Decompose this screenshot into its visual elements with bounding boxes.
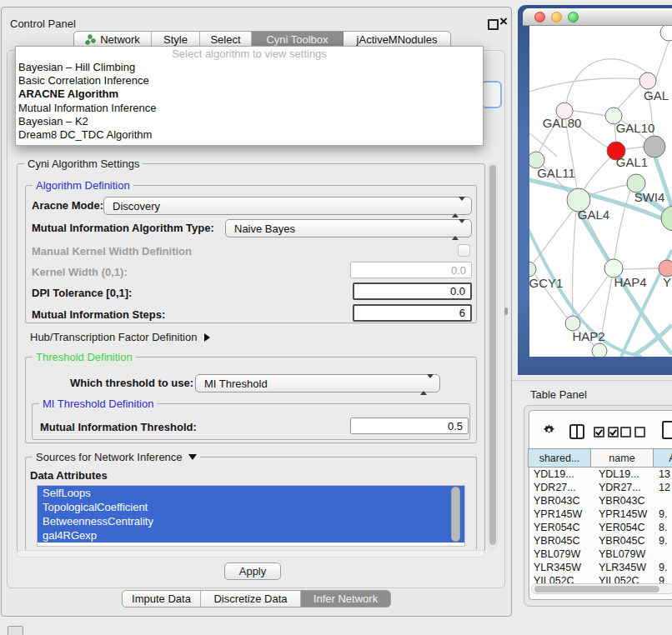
network-node[interactable]: [529, 262, 536, 277]
tab-label: Cyni Toolbox: [266, 33, 328, 46]
table-cell[interactable]: YDR27...: [591, 482, 654, 493]
table-row[interactable]: YER054C YER054C 8.: [528, 521, 672, 534]
table-horizontal-scrollbar[interactable]: [531, 583, 672, 594]
kernel-width-field[interactable]: 0.0: [350, 262, 472, 278]
dropdown-item[interactable]: Basic Correlation Inference: [16, 74, 483, 88]
dropdown-item[interactable]: Mutual Information Inference: [16, 102, 483, 115]
list-item[interactable]: SelfLoops: [38, 486, 464, 500]
table-cell[interactable]: YDL19...: [528, 468, 591, 480]
checked-checkbox-icon: [608, 427, 619, 438]
expand-arrow-icon: [204, 333, 210, 342]
panel-splitter-handle[interactable]: [504, 308, 508, 315]
float-window-icon[interactable]: [488, 19, 499, 30]
list-item[interactable]: TopologicalCoefficient: [38, 500, 464, 514]
column-header-shared-name[interactable]: shared...: [528, 448, 591, 468]
combo-stepper-icon: [452, 223, 465, 236]
network-node[interactable]: [659, 260, 672, 277]
settings-vertical-scrollbar[interactable]: [488, 163, 498, 548]
table-cell[interactable]: YBR043C: [528, 495, 591, 507]
network-node[interactable]: [592, 343, 607, 357]
node-label: GAL80: [543, 116, 582, 130]
table-cell[interactable]: YLR345W: [528, 562, 591, 573]
dropdown-item[interactable]: Bayesian – K2: [16, 115, 483, 128]
table-row[interactable]: YPR145W YPR145W 9.: [528, 508, 672, 521]
apply-button[interactable]: Apply: [224, 562, 281, 580]
network-node[interactable]: [660, 26, 672, 41]
table-cell[interactable]: 12: [654, 482, 672, 493]
column-header-name[interactable]: name: [591, 448, 654, 468]
manual-kernel-width-checkbox[interactable]: [458, 244, 470, 257]
dropdown-item-selected[interactable]: ARACNE Algorithm: [16, 88, 483, 101]
show-columns-icon[interactable]: [569, 424, 584, 439]
list-item[interactable]: BetweennessCentrality: [38, 514, 464, 528]
mi-steps-field[interactable]: 6: [353, 304, 472, 322]
data-attributes-label: Data Attributes: [30, 469, 108, 482]
dock-panel-icon[interactable]: [8, 626, 23, 635]
window-close-button[interactable]: [534, 12, 545, 22]
list-item[interactable]: gal4RGexp: [38, 528, 464, 542]
table-row[interactable]: YBR043C YBR043C: [528, 494, 672, 508]
list-scrollbar-thumb[interactable]: [451, 487, 460, 542]
mi-threshold-field[interactable]: 0.5: [350, 418, 469, 434]
manual-kernel-width-label: Manual Kernel Width Definition: [32, 245, 192, 258]
settings-horizontal-scrollbar[interactable]: [17, 550, 485, 558]
hub-transcription-section-toggle[interactable]: Hub/Transcription Factor Definition: [30, 331, 210, 343]
algorithm-dropdown-popup: Select algorithm to view settings Bayesi…: [15, 46, 484, 146]
table-cell[interactable]: YLR345W: [591, 562, 654, 573]
table-row[interactable]: YBR045C YBR045C 9.: [528, 534, 672, 548]
table-cell[interactable]: 13: [654, 468, 672, 480]
table-cell[interactable]: 9.: [654, 562, 672, 573]
which-threshold-combo[interactable]: MI Threshold: [195, 374, 440, 392]
window-zoom-button[interactable]: [568, 12, 579, 22]
group-title: Threshold Definition: [33, 351, 136, 363]
network-canvas[interactable]: GAL GAL80 GAL10 GAL1 GAL11 SWI4 GAL4 GCY…: [529, 26, 672, 357]
table-cell[interactable]: YDL19...: [591, 468, 654, 480]
which-threshold-label: Which threshold to use:: [70, 377, 193, 389]
table-panel-divider: [512, 380, 672, 381]
table-cell[interactable]: 8.: [654, 522, 672, 533]
table-cell[interactable]: YER054C: [528, 522, 591, 533]
table-cell[interactable]: YPR145W: [528, 508, 591, 520]
algorithm-combo-fragment[interactable]: [481, 81, 502, 108]
scrollbar-thumb[interactable]: [489, 165, 496, 545]
window-minimize-button[interactable]: [551, 12, 562, 22]
table-cell[interactable]: YBL079W: [591, 548, 654, 560]
table-cell[interactable]: 9.: [654, 508, 672, 520]
table-row[interactable]: YLR345W YLR345W 9.: [528, 561, 672, 574]
tab-discretize-data[interactable]: Discretize Data: [201, 591, 301, 607]
table-cell[interactable]: YBR045C: [591, 535, 654, 547]
network-node[interactable]: [639, 72, 656, 89]
table-cell[interactable]: 9.: [654, 535, 672, 547]
gear-icon[interactable]: [541, 422, 557, 438]
column-header-third[interactable]: A: [654, 448, 672, 468]
table-cell[interactable]: YBR045C: [528, 535, 591, 547]
table-row[interactable]: YDL19... YDL19... 13: [528, 468, 672, 481]
select-all-columns-icon[interactable]: [594, 427, 619, 438]
table-cell[interactable]: YDR27...: [528, 482, 591, 493]
export-table-icon[interactable]: [662, 421, 672, 439]
deselect-all-columns-icon[interactable]: [620, 427, 645, 438]
sources-group-title[interactable]: Sources for Network Inference: [33, 451, 200, 463]
close-icon[interactable]: ×: [499, 14, 508, 28]
dropdown-item[interactable]: Bayesian – Hill Climbing: [16, 61, 483, 74]
dropdown-item[interactable]: Dream8 DC_TDC Algorithm: [16, 128, 483, 142]
table-cell[interactable]: YPR145W: [591, 508, 654, 520]
table-cell[interactable]: YBR043C: [591, 495, 654, 507]
tab-infer-network[interactable]: Infer Network: [301, 591, 390, 607]
dpi-tolerance-field[interactable]: 0.0: [353, 282, 472, 300]
table-cell[interactable]: YBL079W: [528, 548, 591, 560]
mi-threshold-label: Mutual Information Threshold:: [40, 421, 197, 433]
tab-impute-data[interactable]: Impute Data: [123, 591, 201, 607]
kernel-width-label: Kernel Width (0,1):: [32, 266, 128, 278]
aracne-mode-combo[interactable]: Discovery: [103, 197, 472, 215]
table-row[interactable]: YDR27... YDR27... 12: [528, 481, 672, 494]
node-label: HAP2: [572, 329, 604, 343]
scrollbar-thumb[interactable]: [534, 586, 659, 592]
data-attributes-list[interactable]: SelfLoops TopologicalCoefficient Between…: [37, 485, 465, 547]
group-title: Algorithm Definition: [33, 179, 133, 192]
table-cell[interactable]: YER054C: [591, 522, 654, 533]
field-value: 0.5: [448, 420, 463, 432]
mi-algorithm-type-combo[interactable]: Naive Bayes: [225, 219, 472, 238]
node-label: Y: [663, 275, 671, 289]
table-row[interactable]: YBL079W YBL079W: [528, 548, 672, 561]
